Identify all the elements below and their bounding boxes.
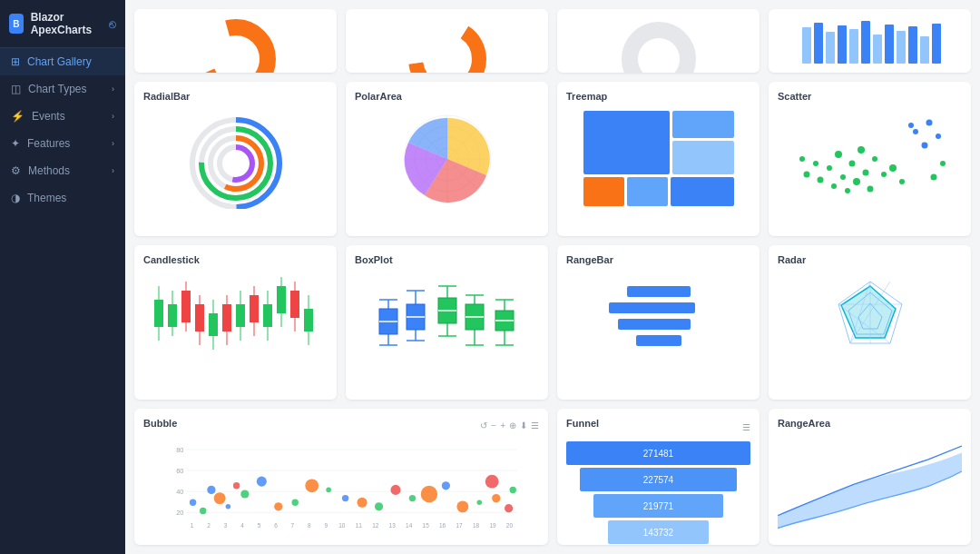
svg-point-43 [908, 123, 914, 128]
svg-point-167 [510, 487, 516, 493]
funnel-bar-3: 219771 [593, 494, 722, 518]
svg-point-174 [492, 494, 500, 502]
chart-card-radialbar: RadialBar [134, 82, 337, 236]
svg-point-46 [827, 165, 832, 171]
svg-rect-81 [263, 304, 272, 327]
svg-rect-83 [277, 286, 286, 313]
svg-rect-5 [802, 27, 811, 64]
svg-point-169 [274, 502, 282, 510]
svg-rect-11 [873, 35, 882, 64]
svg-rect-12 [885, 25, 894, 64]
svg-point-178 [505, 504, 513, 512]
svg-point-62 [930, 174, 936, 181]
svg-point-171 [358, 498, 368, 508]
chevron-icon: › [112, 84, 114, 94]
svg-rect-115 [618, 319, 691, 330]
svg-rect-9 [849, 29, 858, 64]
rangearea-title: RangeArea [778, 418, 962, 429]
chart-card-donut1 [134, 9, 337, 73]
chart-card-boxplot: BoxPlot [346, 245, 548, 400]
svg-point-162 [292, 500, 299, 506]
svg-rect-34 [672, 111, 734, 138]
sidebar-item-chart-types[interactable]: ◫ Chart Types › [0, 75, 125, 103]
svg-text:14: 14 [406, 522, 413, 529]
svg-point-164 [375, 502, 383, 510]
chart-card-bubble: Bubble ↺ − + ⊕ ⬇ ☰ 80 60 40 20 1 2 3 [134, 409, 548, 545]
svg-point-42 [921, 143, 927, 149]
app-logo: B [9, 14, 24, 34]
bubble-title: Bubble [143, 418, 177, 429]
svg-rect-35 [672, 141, 734, 174]
svg-point-54 [845, 188, 850, 193]
svg-point-63 [940, 161, 946, 166]
chevron-icon-events: › [112, 112, 114, 121]
svg-text:80: 80 [176, 446, 183, 454]
chart-card-treemap: Treemap [557, 82, 760, 236]
svg-point-158 [342, 495, 348, 501]
chart-card-polararea: PolarArea [346, 82, 548, 236]
chevron-icon-methods: › [112, 166, 114, 175]
svg-rect-16 [932, 24, 941, 64]
svg-rect-15 [920, 36, 929, 64]
funnel-bar-2: 227574 [580, 468, 737, 491]
sidebar-item-events[interactable]: ⚡ Events › [0, 103, 125, 130]
sidebar-item-chart-gallery[interactable]: ⊞ Chart Gallery [0, 48, 125, 75]
svg-point-1 [220, 44, 251, 73]
svg-rect-33 [583, 111, 670, 174]
sidebar-label-themes: Themes [27, 192, 66, 204]
svg-text:19: 19 [489, 522, 496, 529]
reset-icon[interactable]: ↺ [480, 420, 487, 430]
svg-rect-69 [181, 291, 191, 322]
svg-text:16: 16 [439, 522, 446, 529]
svg-point-165 [409, 495, 416, 501]
zoom-out-icon[interactable]: − [491, 420, 496, 430]
funnel-bars: 271481 227574 219771 143732 [566, 441, 750, 544]
sidebar-item-features[interactable]: ✦ Features › [0, 130, 125, 157]
app-title: Blazor ApexCharts [31, 11, 100, 36]
svg-rect-36 [583, 177, 624, 206]
sidebar-item-themes[interactable]: ◑ Themes [0, 184, 125, 212]
svg-text:1: 1 [191, 522, 194, 529]
svg-text:18: 18 [473, 522, 480, 529]
svg-text:4: 4 [240, 522, 244, 529]
grid-icon: ⊞ [11, 55, 20, 68]
svg-point-157 [257, 477, 267, 487]
svg-point-175 [233, 482, 240, 489]
svg-point-155 [207, 486, 215, 494]
svg-rect-87 [304, 309, 313, 331]
svg-rect-10 [861, 21, 870, 64]
funnel-bar-4: 143732 [608, 520, 710, 544]
scatter-title: Scatter [778, 91, 962, 102]
svg-rect-75 [222, 304, 231, 331]
radialbar-title: RadialBar [143, 91, 328, 102]
svg-rect-6 [814, 23, 823, 64]
menu-icon[interactable]: ☰ [531, 420, 539, 430]
svg-rect-79 [250, 295, 259, 322]
svg-text:17: 17 [456, 522, 463, 529]
svg-rect-73 [209, 313, 218, 336]
svg-point-163 [326, 488, 331, 493]
svg-point-161 [240, 490, 249, 498]
svg-point-53 [817, 177, 823, 183]
svg-point-168 [214, 492, 226, 504]
sidebar-item-methods[interactable]: ⚙ Methods › [0, 157, 125, 184]
svg-rect-65 [154, 300, 163, 327]
svg-text:20: 20 [506, 522, 514, 529]
svg-point-41 [936, 134, 941, 139]
chart-types-icon: ◫ [11, 83, 21, 95]
bubble-toolbar: ↺ − + ⊕ ⬇ ☰ [480, 420, 539, 430]
svg-rect-113 [627, 286, 691, 297]
svg-rect-7 [826, 32, 835, 64]
svg-point-61 [799, 156, 805, 162]
candlestick-title: Candlestick [143, 254, 328, 265]
svg-rect-14 [908, 26, 917, 64]
zoom-select-icon[interactable]: ⊕ [509, 420, 516, 430]
funnel-menu-icon[interactable]: ☰ [742, 422, 750, 432]
zoom-in-icon[interactable]: + [500, 420, 505, 430]
svg-point-58 [899, 179, 905, 184]
radar-title: Radar [778, 254, 962, 265]
svg-rect-77 [236, 304, 245, 327]
funnel-bar-4-label: 143732 [643, 528, 673, 538]
svg-point-47 [858, 146, 865, 153]
download-icon[interactable]: ⬇ [520, 420, 527, 430]
